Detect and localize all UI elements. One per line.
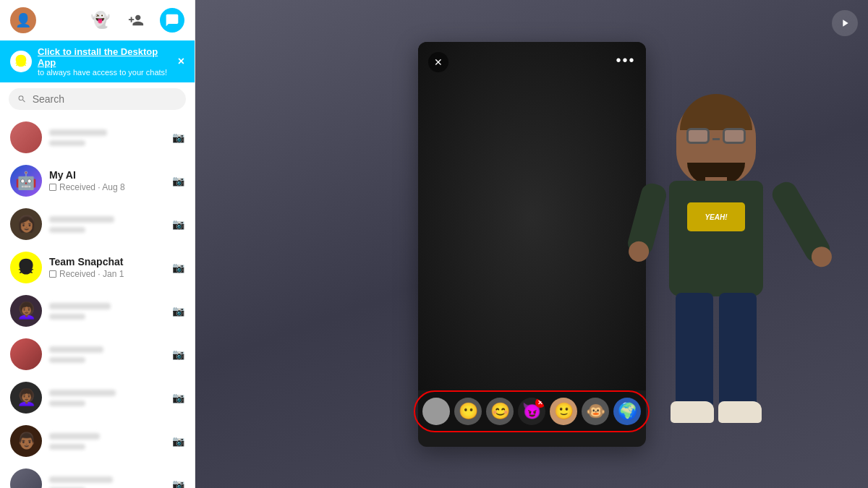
play-button[interactable]	[832, 10, 858, 36]
list-item[interactable]: 👩🏾 📷	[0, 202, 195, 246]
avatar-right-arm	[768, 178, 833, 265]
avatar-hair	[680, 94, 752, 130]
avatar: 👩🏾	[10, 208, 42, 240]
preview-box-icon	[49, 270, 56, 278]
chat-icon[interactable]	[160, 8, 184, 33]
avatar: 👩🏾‍🦱	[10, 382, 42, 414]
banner-title: Click to install the Desktop App	[38, 46, 172, 68]
list-item[interactable]: 👨🏾 📷	[0, 419, 195, 463]
chat-preview-blurred	[49, 140, 85, 146]
chat-preview-blurred	[49, 401, 85, 406]
chat-preview-blurred	[49, 227, 85, 233]
banner-subtitle: to always have access to your chats!	[38, 68, 172, 77]
emoji-option-skin[interactable]: 🙂	[550, 398, 577, 425]
avatar-figure: YEAH!	[637, 98, 796, 488]
avatar-legs	[676, 293, 757, 408]
snapchat-logo	[10, 51, 32, 72]
camera-icon: 📷	[172, 435, 184, 447]
avatar-body: YEAH!	[669, 181, 763, 296]
camera-icon: 📷	[172, 132, 184, 143]
chat-info	[49, 303, 165, 320]
snap-close-button[interactable]: ✕	[428, 52, 448, 72]
chat-name-blurred	[49, 390, 116, 396]
chat-preview: Received · Jan 1	[49, 269, 165, 279]
camera-icon: 📷	[172, 392, 184, 403]
list-item[interactable]: 👩🏾‍🦱 📷	[0, 376, 195, 419]
chat-name-blurred	[49, 303, 111, 309]
list-item[interactable]: 👩🏾‍🦱 📷	[0, 289, 195, 333]
emoji-option-grey[interactable]	[422, 398, 450, 425]
avatar-shirt-text: YEAH!	[687, 202, 745, 231]
chat-name-blurred	[49, 433, 100, 440]
camera-icon: 📷	[172, 175, 184, 187]
avatar-shoes	[671, 401, 762, 423]
avatar-right-leg	[719, 293, 757, 408]
list-item[interactable]: 🤖 My AI Received · Aug 8 📷	[0, 159, 195, 202]
list-item[interactable]: 📷	[0, 333, 195, 376]
avatar-head	[676, 98, 756, 184]
camera-icon: 📷	[172, 348, 184, 360]
avatar: 👨🏾	[10, 425, 42, 457]
add-friend-icon[interactable]	[124, 8, 148, 33]
avatar-left-leg	[676, 293, 713, 408]
chat-name-blurred	[49, 476, 113, 483]
search-icon	[17, 94, 27, 104]
search-input[interactable]	[33, 93, 177, 105]
chat-list: 📷 🤖 My AI Received · Aug 8 📷 👩🏾	[0, 116, 195, 488]
chat-info: My AI Received · Aug 8	[49, 169, 165, 192]
snap-content-area	[418, 42, 646, 390]
chat-name-blurred	[49, 216, 114, 223]
snap-viewer: ✕ ••• 😶 😊 😈 ✕ 🙂 🐵 🌍	[418, 42, 646, 447]
install-banner[interactable]: Click to install the Desktop App to alwa…	[0, 40, 195, 82]
top-bar: 👤 👻	[0, 0, 195, 40]
chat-info	[49, 476, 165, 489]
emoji-option-smile[interactable]: 😊	[486, 398, 514, 425]
camera-icon: 📷	[172, 479, 184, 488]
chat-info	[49, 129, 165, 146]
chat-name-blurred	[49, 346, 103, 353]
list-item[interactable]: Team Snapchat Received · Jan 1 📷	[0, 246, 195, 289]
chat-name-blurred	[49, 129, 107, 136]
avatar-left-arm	[626, 181, 669, 257]
chat-info	[49, 346, 165, 363]
emoji-option-neutral[interactable]: 😶	[454, 398, 482, 425]
emoji-option-devil[interactable]: 😈 ✕	[518, 398, 545, 425]
camera-icon: 📷	[172, 218, 184, 230]
chat-info: Team Snapchat Received · Jan 1	[49, 256, 165, 279]
snap-more-button[interactable]: •••	[616, 52, 635, 69]
avatar-left-lens	[686, 128, 710, 144]
chat-info	[49, 433, 165, 450]
chat-preview-blurred	[49, 444, 85, 450]
main-content: ✕ ••• 😶 😊 😈 ✕ 🙂 🐵 🌍	[195, 0, 868, 488]
myai-avatar: 🤖	[10, 165, 42, 197]
emoji-option-monkey[interactable]: 🐵	[582, 398, 609, 425]
chat-preview-blurred	[49, 314, 85, 320]
chat-preview: Received · Aug 8	[49, 182, 165, 192]
banner-close-button[interactable]: ×	[178, 55, 184, 68]
emoji-selector: 😶 😊 😈 ✕ 🙂 🐵 🌍	[414, 390, 650, 432]
user-avatar[interactable]: 👤	[10, 7, 36, 33]
avatar-right-shoe	[718, 401, 762, 423]
list-item[interactable]: 📷	[0, 463, 195, 488]
chat-info	[49, 390, 165, 406]
avatar-left-shoe	[671, 401, 714, 423]
search-bar	[0, 82, 195, 116]
list-item[interactable]: 📷	[0, 116, 195, 159]
play-icon	[839, 17, 851, 29]
camera-icon: 📷	[172, 262, 184, 273]
search-input-wrap[interactable]	[9, 88, 186, 110]
avatar	[10, 121, 42, 153]
chat-name: My AI	[49, 169, 165, 181]
avatar-3d: YEAH!	[622, 69, 810, 488]
avatar	[10, 468, 42, 488]
sidebar: 👤 👻 Click to install the Desktop App to …	[0, 0, 195, 488]
chat-preview-blurred	[49, 357, 85, 363]
avatar-right-hand	[807, 243, 835, 270]
banner-text: Click to install the Desktop App to alwa…	[38, 46, 172, 77]
avatar: 👩🏾‍🦱	[10, 295, 42, 327]
chat-name: Team Snapchat	[49, 256, 165, 267]
avatar-left-hand	[626, 239, 651, 264]
emoji-remove-icon[interactable]: ✕	[535, 398, 545, 408]
ghost-icon[interactable]: 👻	[88, 8, 112, 33]
avatar	[10, 338, 42, 370]
